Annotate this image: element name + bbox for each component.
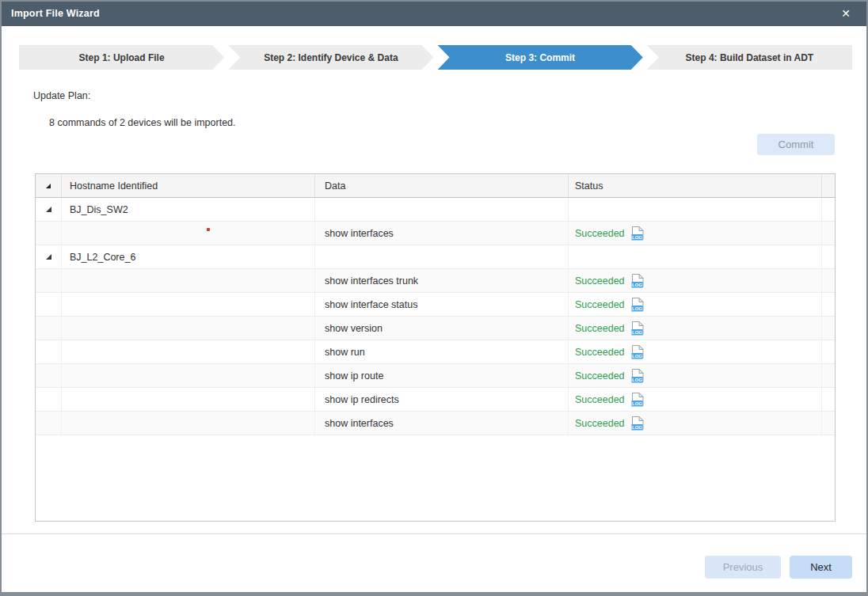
empty-expander-cell — [36, 388, 62, 411]
command-status-cell: SucceededLOG — [569, 364, 822, 387]
command-data-cell: show version — [315, 317, 569, 340]
red-dot-artifact — [207, 228, 210, 231]
row-spacer-cell — [822, 388, 835, 411]
row-spacer-cell — [822, 317, 835, 340]
row-spacer-cell — [822, 222, 835, 245]
column-header-spacer — [822, 174, 835, 197]
status-text: Succeeded — [575, 370, 625, 382]
empty-expander-cell — [36, 317, 62, 340]
title-bar: Import File Wizard ✕ — [0, 0, 868, 26]
empty-expander-cell — [36, 364, 62, 387]
empty-expander-cell — [36, 269, 62, 292]
empty-hostname-cell — [62, 222, 315, 245]
table-header-row: Hostname Identified Data Status — [36, 174, 835, 198]
collapse-all-icon[interactable] — [36, 174, 62, 197]
svg-text:LOG: LOG — [632, 283, 642, 287]
svg-text:LOG: LOG — [632, 354, 642, 359]
row-spacer-cell — [822, 412, 835, 435]
table-empty-area — [36, 435, 835, 521]
log-icon[interactable]: LOG — [631, 392, 645, 407]
command-data-cell: show ip route — [315, 364, 569, 387]
status-text: Succeeded — [575, 228, 625, 239]
log-icon[interactable]: LOG — [631, 416, 645, 431]
status-text: Succeeded — [575, 299, 625, 310]
empty-status-cell — [569, 198, 822, 221]
log-icon[interactable]: LOG — [631, 321, 645, 336]
command-status-cell: SucceededLOG — [569, 293, 822, 316]
step-label: Step 4: Build Dataset in ADT — [686, 52, 814, 63]
command-status-cell: SucceededLOG — [569, 388, 822, 411]
empty-hostname-cell — [62, 293, 315, 316]
command-row[interactable]: show runSucceededLOG — [36, 340, 835, 364]
command-data-cell: show interfaces — [315, 222, 569, 245]
step-label: Step 1: Upload File — [79, 52, 165, 63]
wizard-steps: Step 1: Upload File Step 2: Identify Dev… — [19, 45, 852, 70]
update-plan-label: Update Plan: — [33, 90, 90, 101]
empty-expander-cell — [36, 412, 62, 435]
status-text: Succeeded — [575, 394, 625, 405]
commit-button[interactable]: Commit — [757, 134, 835, 155]
empty-expander-cell — [36, 340, 62, 363]
empty-hostname-cell — [62, 269, 315, 292]
log-icon[interactable]: LOG — [631, 344, 645, 359]
command-row[interactable]: show ip routeSucceededLOG — [36, 364, 835, 388]
svg-text:LOG: LOG — [632, 330, 642, 335]
next-button[interactable]: Next — [790, 556, 852, 579]
footer-divider — [2, 533, 866, 534]
empty-hostname-cell — [62, 412, 315, 435]
previous-button[interactable]: Previous — [705, 556, 781, 579]
empty-hostname-cell — [62, 317, 315, 340]
svg-text:LOG: LOG — [632, 378, 642, 382]
expand-collapse-icon[interactable] — [36, 245, 62, 268]
column-header-status[interactable]: Status — [569, 174, 822, 197]
status-text: Succeeded — [575, 418, 625, 429]
log-icon[interactable]: LOG — [631, 297, 645, 312]
step-2-identify-device-data[interactable]: Step 2: Identify Device & Data — [228, 45, 433, 70]
column-header-data[interactable]: Data — [315, 174, 569, 197]
expand-collapse-icon[interactable] — [36, 198, 62, 221]
close-icon[interactable]: ✕ — [835, 5, 857, 22]
command-data-cell: show run — [315, 340, 569, 363]
empty-status-cell — [569, 245, 822, 268]
group-row[interactable]: BJ_Dis_SW2 — [36, 198, 835, 222]
log-icon[interactable]: LOG — [631, 273, 645, 288]
row-spacer-cell — [822, 198, 835, 221]
empty-hostname-cell — [62, 340, 315, 363]
log-icon[interactable]: LOG — [631, 226, 645, 241]
command-row[interactable]: show interfaces trunkSucceededLOG — [36, 269, 835, 293]
command-status-cell: SucceededLOG — [569, 222, 822, 245]
group-row[interactable]: BJ_L2_Core_6 — [36, 245, 835, 269]
command-status-cell: SucceededLOG — [569, 317, 822, 340]
step-4-build-dataset-adt[interactable]: Step 4: Build Dataset in ADT — [647, 45, 852, 70]
command-data-cell: show interfaces — [315, 412, 569, 435]
command-status-cell: SucceededLOG — [569, 412, 822, 435]
log-icon[interactable]: LOG — [631, 368, 645, 383]
command-row[interactable]: show versionSucceededLOG — [36, 317, 835, 340]
command-row[interactable]: show interfacesSucceededLOG — [36, 222, 835, 245]
step-label: Step 3: Commit — [505, 52, 575, 63]
command-row[interactable]: show interface statusSucceededLOG — [36, 293, 835, 317]
empty-data-cell — [315, 198, 569, 221]
step-3-commit[interactable]: Step 3: Commit — [438, 45, 643, 70]
table-body: BJ_Dis_SW2show interfacesSucceededLOGBJ_… — [36, 198, 835, 435]
step-1-upload-file[interactable]: Step 1: Upload File — [19, 45, 224, 70]
command-status-cell: SucceededLOG — [569, 269, 822, 292]
command-data-cell: show interfaces trunk — [315, 269, 569, 292]
svg-text:LOG: LOG — [632, 401, 642, 406]
import-file-wizard-dialog: Import File Wizard ✕ Step 1: Upload File… — [0, 0, 868, 596]
svg-text:LOG: LOG — [632, 425, 642, 430]
empty-hostname-cell — [62, 364, 315, 387]
row-spacer-cell — [822, 269, 835, 292]
command-data-cell: show interface status — [315, 293, 569, 316]
row-spacer-cell — [822, 293, 835, 316]
svg-text:LOG: LOG — [632, 235, 642, 240]
command-row[interactable]: show ip redirectsSucceededLOG — [36, 388, 835, 412]
svg-text:LOG: LOG — [632, 306, 642, 311]
status-text: Succeeded — [575, 275, 625, 287]
step-label: Step 2: Identify Device & Data — [264, 52, 398, 63]
row-spacer-cell — [822, 245, 835, 268]
row-spacer-cell — [822, 364, 835, 387]
command-row[interactable]: show interfacesSucceededLOG — [36, 412, 835, 435]
column-header-hostname[interactable]: Hostname Identified — [62, 174, 315, 197]
update-plan-summary: 8 commands of 2 devices will be imported… — [49, 117, 236, 128]
